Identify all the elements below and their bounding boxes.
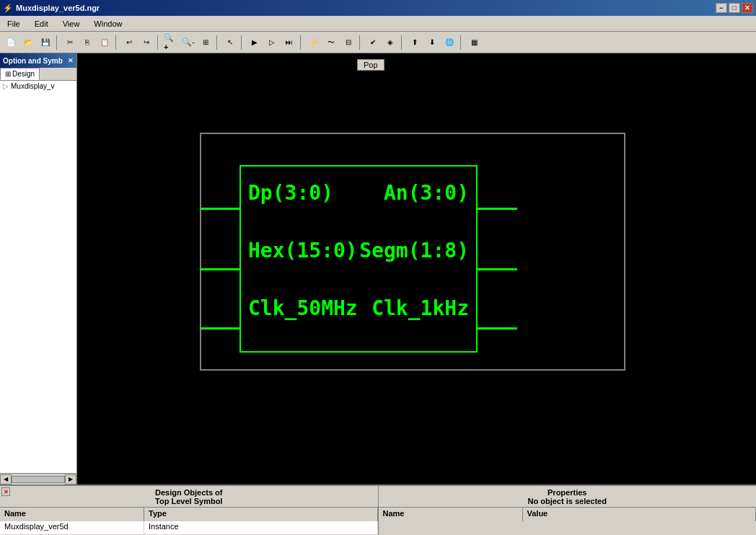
sidebar-tab-design[interactable]: ⊞ Design xyxy=(0,68,40,80)
app-icon: ⚡ xyxy=(3,4,13,13)
toolbar-step[interactable]: ⏭ xyxy=(281,35,297,50)
toolbar-redo[interactable]: ↪ xyxy=(139,35,154,50)
toolbar-impl[interactable]: ◈ xyxy=(382,35,398,50)
toolbar-sim[interactable]: ⚡ xyxy=(306,35,322,50)
sidebar-header: Option and Symb ✕ xyxy=(0,53,76,68)
wire-right-2 xyxy=(478,327,517,330)
bottom-left-section: ✕ Design Objects of Top Level Symbol xyxy=(0,486,379,507)
port-label-clk1k: Clk_1kHz xyxy=(372,296,469,320)
title-bar: ⚡ Muxdisplay_ver5d.ngr − □ ✕ xyxy=(0,0,756,16)
toolbar: 📄 📂 💾 ✂ ⎘ 📋 ↩ ↪ 🔍+ 🔍- ⊞ ↖ ▶ ▷ ⏭ ⚡ 〜 ⊟ ✔ … xyxy=(0,32,756,53)
wire-left-1 xyxy=(200,268,239,270)
design-tab-icon: ⊞ xyxy=(5,70,11,78)
toolbar-sep-6 xyxy=(300,35,303,50)
menu-file[interactable]: File xyxy=(3,18,25,30)
scroll-track[interactable] xyxy=(12,476,65,483)
toolbar-sep-2 xyxy=(115,35,118,50)
bottom-left-close[interactable]: ✕ xyxy=(1,487,10,496)
maximize-button[interactable]: □ xyxy=(729,3,740,13)
sidebar-close-button[interactable]: ✕ xyxy=(68,57,74,64)
menu-view[interactable]: View xyxy=(58,18,84,30)
table-row-0[interactable]: Muxdisplay_ver5d Instance xyxy=(0,521,378,534)
sidebar: Option and Symb ✕ ⊞ Design ▷ Muxdisplay_… xyxy=(0,53,77,485)
window-title: Muxdisplay_ver5d.ngr xyxy=(16,4,100,12)
pop-button[interactable]: Pop xyxy=(357,59,384,71)
bottom-right-title2: No object is selected xyxy=(528,497,607,505)
col-header-value-right: Value xyxy=(523,508,757,521)
col-header-name-right: Name xyxy=(379,508,523,521)
col-header-type-left: Type xyxy=(144,508,378,521)
toolbar-net[interactable]: 🌐 xyxy=(441,35,457,50)
port-label-dp30: Dp(3:0) xyxy=(248,181,333,205)
wire-right-1 xyxy=(478,268,517,270)
toolbar-open[interactable]: 📂 xyxy=(20,35,36,50)
toolbar-sep-7 xyxy=(359,35,362,50)
toolbar-paste[interactable]: 📋 xyxy=(97,35,113,50)
cell-name-0: Muxdisplay_ver5d xyxy=(0,521,144,534)
wire-left-0 xyxy=(200,208,239,210)
menu-window[interactable]: Window xyxy=(89,18,126,30)
toolbar-prop[interactable]: ⊟ xyxy=(340,35,356,50)
design-tab-label: Design xyxy=(12,70,35,78)
toolbar-sep-3 xyxy=(157,35,160,50)
bottom-header: ✕ Design Objects of Top Level Symbol Pro… xyxy=(0,486,756,507)
main-area: Option and Symb ✕ ⊞ Design ▷ Muxdisplay_… xyxy=(0,53,756,485)
toolbar-zoom-fit[interactable]: ⊞ xyxy=(198,35,214,50)
canvas-area[interactable]: Pop Dp(3:0) An(3:0) Hex(15:0) Segm(1:8) … xyxy=(77,53,756,485)
toolbar-sep-5 xyxy=(241,35,244,50)
sidebar-tree-item-0[interactable]: ▷ Muxdisplay_v xyxy=(0,81,76,92)
toolbar-sep-4 xyxy=(216,35,219,50)
toolbar-zoom-in[interactable]: 🔍+ xyxy=(163,35,179,50)
sidebar-content: ▷ Muxdisplay_v xyxy=(0,81,76,473)
toolbar-run[interactable]: ▶ xyxy=(247,35,263,50)
port-label-clk50: Clk_50MHz xyxy=(248,296,358,320)
toolbar-check[interactable]: ✔ xyxy=(365,35,381,50)
toolbar-new[interactable]: 📄 xyxy=(3,35,19,50)
close-button[interactable]: ✕ xyxy=(742,3,753,13)
toolbar-undo[interactable]: ↩ xyxy=(121,35,137,50)
toolbar-wave[interactable]: 〜 xyxy=(323,35,339,50)
port-label-hex150: Hex(15:0) xyxy=(248,239,358,262)
bottom-right-table: Name Value xyxy=(379,507,757,535)
toolbar-export[interactable]: ⬆ xyxy=(407,35,423,50)
toolbar-save[interactable]: 💾 xyxy=(38,35,53,50)
menu-edit[interactable]: Edit xyxy=(30,18,53,30)
col-header-name-left: Name xyxy=(0,508,144,521)
toolbar-sep-1 xyxy=(56,35,59,50)
toolbar-copy[interactable]: ⎘ xyxy=(79,35,95,50)
bottom-panel: ✕ Design Objects of Top Level Symbol Pro… xyxy=(0,485,756,535)
cell-type-0: Instance xyxy=(144,521,378,534)
menu-bar: File Edit View Window xyxy=(0,16,756,32)
sidebar-tabs: ⊞ Design xyxy=(0,68,76,81)
bottom-right-section: Properties No object is selected xyxy=(379,486,757,507)
bottom-right-title1: Properties xyxy=(548,488,586,497)
toolbar-cut[interactable]: ✂ xyxy=(62,35,78,50)
sidebar-tree-label-0: Muxdisplay_v xyxy=(11,82,55,90)
bottom-tables: Name Type Muxdisplay_ver5d Instance Name… xyxy=(0,507,756,535)
toolbar-sep-8 xyxy=(401,35,404,50)
wire-left-2 xyxy=(200,327,239,330)
bottom-left-table: Name Type Muxdisplay_ver5d Instance xyxy=(0,507,379,535)
sidebar-scrollbar: ◀ ▶ xyxy=(0,473,76,485)
port-label-an30: An(3:0) xyxy=(384,181,469,205)
bottom-left-title2: Top Level Symbol xyxy=(155,497,222,505)
port-label-segm18: Segm(1:8) xyxy=(359,239,469,262)
scroll-left-button[interactable]: ◀ xyxy=(0,474,12,485)
wire-right-0 xyxy=(478,208,517,210)
toolbar-panel[interactable]: ▦ xyxy=(466,35,482,50)
scroll-right-button[interactable]: ▶ xyxy=(65,474,76,485)
inner-component-box: Dp(3:0) An(3:0) Hex(15:0) Segm(1:8) Clk_… xyxy=(239,165,478,353)
minimize-button[interactable]: − xyxy=(716,3,727,13)
toolbar-run2[interactable]: ▷ xyxy=(264,35,280,50)
bottom-left-title1: Design Objects of xyxy=(155,488,223,497)
toolbar-select[interactable]: ↖ xyxy=(222,35,238,50)
sidebar-title: Option and Symb xyxy=(3,57,63,65)
toolbar-import[interactable]: ⬇ xyxy=(424,35,440,50)
toolbar-sep-9 xyxy=(460,35,463,50)
toolbar-zoom-out[interactable]: 🔍- xyxy=(180,35,196,50)
tree-expand-icon: ▷ xyxy=(3,82,9,90)
